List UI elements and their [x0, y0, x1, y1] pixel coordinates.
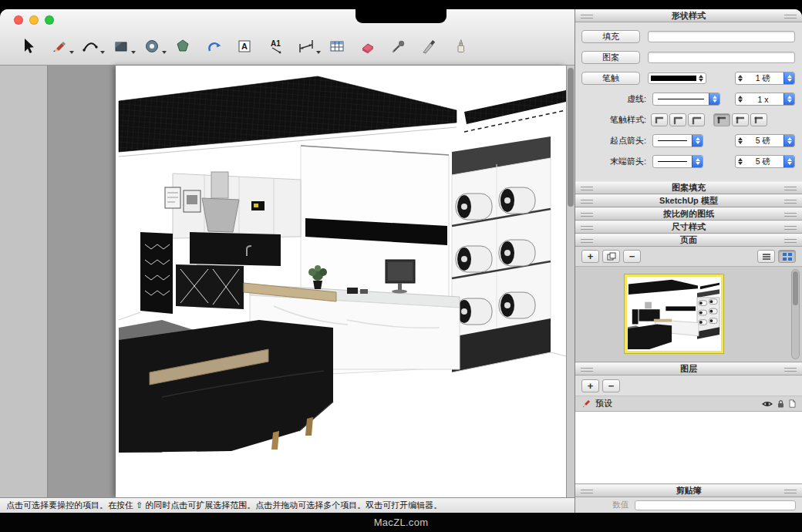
- arc-tool[interactable]: [79, 34, 102, 59]
- select-arrow-icon: [19, 37, 38, 56]
- dimension-tool[interactable]: [295, 34, 318, 59]
- section-shape-style[interactable]: 形状样式: [575, 9, 802, 22]
- status-hint-text: 点击可选择要操控的项目。在按住 ⇧ 的同时点击可扩展选择范围。点击并拖动可选择多…: [6, 500, 442, 510]
- dashes-dropdown[interactable]: [652, 93, 720, 106]
- add-page-button[interactable]: +: [581, 250, 599, 263]
- join-tool[interactable]: [449, 34, 472, 59]
- section-sketchup-model[interactable]: SketchUp 模型: [575, 194, 802, 207]
- stroke-color-well[interactable]: [648, 72, 706, 84]
- circle-tool[interactable]: [140, 34, 163, 59]
- end-arrow-row: 末端箭头: 5 磅: [581, 155, 797, 168]
- dropdown-stepper-icon[interactable]: [709, 93, 719, 105]
- layers-toolbar: + −: [575, 375, 802, 396]
- end-arrow-dropdown[interactable]: [652, 155, 703, 168]
- section-dimension-style[interactable]: 尺寸样式: [575, 221, 802, 234]
- dash-scale-field[interactable]: 1 x: [735, 93, 795, 106]
- cap-butt-button[interactable]: [651, 113, 668, 126]
- grid-view-button[interactable]: [778, 250, 796, 263]
- section-scrapbook[interactable]: 剪贴簿: [575, 484, 802, 497]
- chevron-down-icon: [69, 51, 74, 54]
- section-pages[interactable]: 页面: [575, 234, 802, 247]
- eraser-tool[interactable]: [356, 34, 379, 59]
- dashes-label: 虚线:: [581, 93, 651, 105]
- stepper-icon[interactable]: [699, 75, 703, 82]
- scrapbook-value-field[interactable]: [635, 500, 796, 510]
- current-layer-pencil-icon: [581, 399, 591, 409]
- layer-row[interactable]: 预设: [575, 396, 802, 412]
- pages-scrollbar[interactable]: [791, 269, 800, 359]
- scrollbar-thumb[interactable]: [568, 68, 574, 207]
- table-grid-icon: [328, 37, 346, 56]
- remove-layer-button[interactable]: −: [602, 379, 620, 392]
- section-pattern-fill[interactable]: 图案填充: [575, 181, 802, 194]
- section-layers[interactable]: 图层: [575, 362, 802, 375]
- add-layer-button[interactable]: +: [581, 379, 599, 392]
- select-tool[interactable]: [17, 34, 40, 59]
- start-arrow-size-field[interactable]: 5 磅: [735, 134, 795, 147]
- pattern-well[interactable]: [648, 52, 795, 63]
- footer-bar: MacZL.com: [0, 513, 802, 532]
- join-miter-button[interactable]: [713, 113, 730, 126]
- end-arrow-size-field[interactable]: 5 磅: [735, 155, 795, 168]
- rectangle-tool[interactable]: [110, 34, 133, 59]
- layer-name: 预设: [595, 398, 612, 409]
- document-page[interactable]: [116, 66, 566, 497]
- svg-text:A: A: [241, 42, 248, 51]
- polygon-tool[interactable]: [171, 34, 194, 59]
- section-scaled-drawing[interactable]: 按比例的图纸: [575, 207, 802, 221]
- cap-square-button[interactable]: [688, 113, 705, 126]
- style-tool[interactable]: [387, 34, 410, 59]
- offset-tool[interactable]: [202, 34, 225, 59]
- stroke-button[interactable]: 笔触: [581, 72, 640, 85]
- pencil-icon: [50, 37, 69, 56]
- sheet-icon[interactable]: [789, 399, 796, 408]
- scrapbook-value-label: 数值: [612, 500, 628, 510]
- stroke-weight-field[interactable]: 1 磅: [735, 72, 795, 85]
- layer-list[interactable]: [575, 412, 802, 484]
- visibility-eye-icon[interactable]: [762, 400, 773, 408]
- dropdown-stepper-icon[interactable]: [692, 135, 703, 146]
- table-tool[interactable]: [325, 34, 349, 59]
- fill-color-well[interactable]: [648, 31, 795, 42]
- start-arrow-dropdown[interactable]: [652, 134, 703, 147]
- pages-toolbar: + −: [575, 247, 802, 267]
- dashes-row: 虚线: 1 x: [581, 93, 797, 106]
- duplicate-icon: [607, 252, 616, 261]
- end-arrow-size-value: 5 磅: [743, 157, 783, 167]
- split-knife-icon: [420, 37, 439, 56]
- dropdown-stepper-icon[interactable]: [783, 72, 794, 84]
- minimize-button[interactable]: [29, 15, 39, 25]
- duplicate-page-button[interactable]: [602, 250, 620, 263]
- dropdown-stepper-icon[interactable]: [692, 156, 703, 167]
- stroke-style-row: 笔触样式:: [581, 113, 797, 126]
- dropdown-stepper-icon[interactable]: [783, 93, 794, 105]
- eraser-icon: [359, 37, 377, 56]
- join-bevel-button[interactable]: [750, 113, 767, 126]
- zoom-button[interactable]: [45, 15, 54, 25]
- cap-round-button[interactable]: [669, 113, 686, 126]
- dropdown-stepper-icon[interactable]: [783, 135, 794, 146]
- remove-page-button[interactable]: −: [623, 250, 641, 263]
- dropdown-stepper-icon[interactable]: [783, 156, 794, 167]
- line-tool[interactable]: [48, 34, 71, 59]
- model-render: [116, 66, 566, 497]
- label-tool[interactable]: A1: [264, 34, 287, 59]
- pattern-button[interactable]: 图案: [581, 51, 640, 64]
- page-thumbnail-selected[interactable]: [625, 274, 723, 353]
- lock-icon[interactable]: [777, 399, 784, 408]
- brand-text: MacZL.com: [374, 517, 429, 528]
- canvas-vertical-scrollbar[interactable]: [566, 66, 575, 497]
- fill-button[interactable]: 填充: [581, 30, 640, 43]
- close-button[interactable]: [14, 15, 23, 25]
- join-round-button[interactable]: [732, 113, 749, 126]
- text-tool[interactable]: A: [233, 34, 256, 59]
- chevron-down-icon: [131, 51, 136, 54]
- arc-icon: [81, 37, 99, 56]
- scrollbar-thumb[interactable]: [793, 271, 798, 305]
- join-bottle-icon: [451, 37, 470, 56]
- list-view-button[interactable]: [757, 250, 775, 263]
- fill-row: 填充: [581, 30, 797, 43]
- tool-palette: A A1: [17, 34, 472, 59]
- text-box-icon: A: [235, 37, 254, 56]
- split-tool[interactable]: [418, 34, 441, 59]
